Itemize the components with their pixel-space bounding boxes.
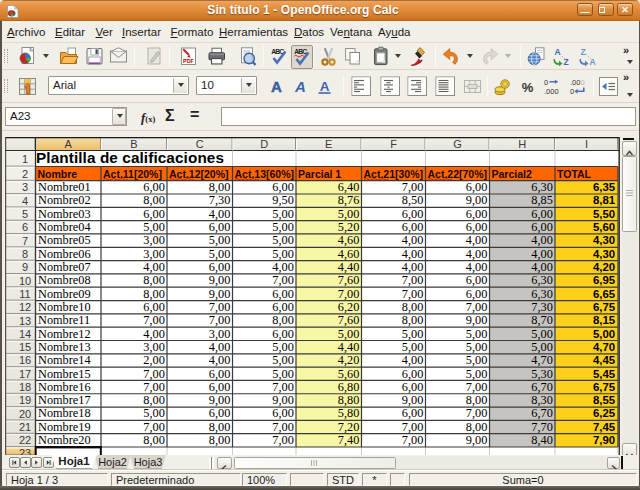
svg-text:6,00: 6,00: [531, 220, 553, 234]
svg-text:%: %: [522, 80, 534, 95]
svg-text:7,00: 7,00: [402, 433, 424, 447]
svg-text:11: 11: [19, 288, 30, 300]
svg-text:8,70: 8,70: [531, 313, 553, 327]
svg-text:4,30: 4,30: [593, 234, 615, 246]
svg-text:6,00: 6,00: [209, 260, 231, 274]
svg-text:6,00: 6,00: [402, 380, 424, 394]
svg-text:6,00: 6,00: [272, 287, 294, 301]
svg-text:5,00: 5,00: [272, 340, 294, 354]
svg-text:Act.22[70%]: Act.22[70%]: [428, 168, 488, 180]
svg-text:Nombre07: Nombre07: [38, 260, 91, 274]
svg-text:5,00: 5,00: [466, 367, 488, 381]
svg-text:6,00: 6,00: [466, 220, 488, 234]
svg-text:Nombre14: Nombre14: [38, 353, 91, 367]
svg-text:6,95: 6,95: [593, 274, 616, 286]
svg-text:4,00: 4,00: [143, 260, 165, 274]
svg-text:23: 23: [19, 447, 31, 456]
svg-text:14: 14: [19, 328, 31, 340]
svg-text:7,40: 7,40: [338, 433, 360, 447]
svg-text:5,00: 5,00: [466, 340, 488, 354]
svg-text:7,00: 7,00: [402, 273, 424, 287]
svg-text:4,70: 4,70: [593, 341, 615, 353]
svg-text:Nombre17: Nombre17: [38, 393, 91, 407]
svg-text:8,00: 8,00: [402, 300, 424, 314]
svg-text:5,45: 5,45: [593, 368, 616, 380]
svg-text:4,00: 4,00: [402, 260, 424, 274]
svg-text:18: 18: [19, 381, 31, 393]
svg-text:PDF: PDF: [183, 58, 194, 64]
svg-text:B: B: [130, 138, 137, 150]
svg-text:Act.13[60%]: Act.13[60%]: [235, 168, 295, 180]
svg-text:6,00: 6,00: [209, 220, 231, 234]
svg-text:8,00: 8,00: [143, 193, 165, 207]
svg-text:H: H: [518, 138, 526, 150]
svg-text:7,00: 7,00: [272, 433, 294, 447]
svg-text:4,20: 4,20: [338, 353, 360, 367]
svg-text:Nombre05: Nombre05: [38, 233, 91, 247]
svg-text:8: 8: [22, 248, 28, 260]
svg-text:6,00: 6,00: [402, 207, 424, 221]
svg-text:5,00: 5,00: [272, 247, 294, 261]
svg-text:4,20: 4,20: [593, 261, 615, 273]
svg-text:4,00: 4,00: [531, 233, 553, 247]
svg-text:7,30: 7,30: [209, 193, 231, 207]
svg-text:6,80: 6,80: [338, 380, 360, 394]
svg-text:6,00: 6,00: [209, 380, 231, 394]
svg-text:Nombre01: Nombre01: [38, 180, 91, 194]
svg-text:6,00: 6,00: [466, 287, 488, 301]
svg-text:Nombre13: Nombre13: [38, 340, 91, 354]
svg-text:8,30: 8,30: [531, 393, 553, 407]
svg-text:7,70: 7,70: [531, 420, 553, 434]
svg-text:6,75: 6,75: [593, 301, 616, 313]
svg-text:Act.11[20%]: Act.11[20%]: [103, 168, 162, 180]
svg-text:4,00: 4,00: [531, 247, 553, 261]
svg-text:4,00: 4,00: [466, 260, 488, 274]
svg-text:5,00: 5,00: [272, 220, 294, 234]
svg-text:4,00: 4,00: [402, 247, 424, 261]
svg-text:5,00: 5,00: [272, 367, 294, 381]
svg-text:7,00: 7,00: [272, 273, 294, 287]
svg-text:8,50: 8,50: [402, 193, 424, 207]
svg-text:7,00: 7,00: [402, 180, 424, 194]
svg-text:6,35: 6,35: [593, 181, 616, 193]
svg-text:3,00: 3,00: [143, 247, 165, 261]
svg-text:E: E: [325, 138, 332, 150]
svg-text:8,15: 8,15: [593, 314, 616, 326]
svg-text:7,60: 7,60: [338, 273, 360, 287]
svg-text:I: I: [585, 138, 588, 150]
svg-text:6,00: 6,00: [272, 327, 294, 341]
svg-text:ABC: ABC: [294, 48, 307, 55]
svg-text:8,00: 8,00: [143, 393, 165, 407]
svg-text:16: 16: [19, 354, 31, 366]
svg-text:9,00: 9,00: [402, 393, 424, 407]
svg-text:21: 21: [19, 421, 31, 433]
svg-text:A: A: [294, 78, 306, 95]
svg-text:5,00: 5,00: [272, 233, 294, 247]
svg-text:9: 9: [22, 261, 28, 273]
svg-text:Parcial2: Parcial2: [492, 168, 532, 180]
svg-text:6,00: 6,00: [531, 207, 553, 221]
svg-text:8,81: 8,81: [593, 194, 616, 206]
svg-text:Nombre02: Nombre02: [38, 193, 91, 207]
svg-text:7,20: 7,20: [338, 420, 360, 434]
svg-text:7,00: 7,00: [466, 380, 488, 394]
svg-text:6,00: 6,00: [402, 367, 424, 381]
svg-text:9,00: 9,00: [209, 287, 231, 301]
svg-text:6,70: 6,70: [531, 406, 553, 420]
svg-text:Nombre16: Nombre16: [38, 380, 91, 394]
svg-text:4,00: 4,00: [209, 207, 231, 221]
svg-text:7,30: 7,30: [531, 300, 553, 314]
svg-text:3,00: 3,00: [209, 327, 231, 341]
svg-text:Nombre: Nombre: [38, 168, 78, 180]
svg-text:9,00: 9,00: [209, 273, 231, 287]
svg-text:8,00: 8,00: [143, 433, 165, 447]
svg-text:5,00: 5,00: [466, 327, 488, 341]
svg-text:8,40: 8,40: [531, 433, 553, 447]
svg-text:15: 15: [19, 341, 31, 353]
svg-text:7: 7: [22, 235, 28, 247]
svg-text:6,30: 6,30: [531, 180, 553, 194]
svg-text:6,00: 6,00: [272, 300, 294, 314]
svg-text:Nombre11: Nombre11: [38, 313, 90, 327]
svg-text:5,60: 5,60: [338, 367, 360, 381]
svg-text:1: 1: [22, 153, 28, 165]
